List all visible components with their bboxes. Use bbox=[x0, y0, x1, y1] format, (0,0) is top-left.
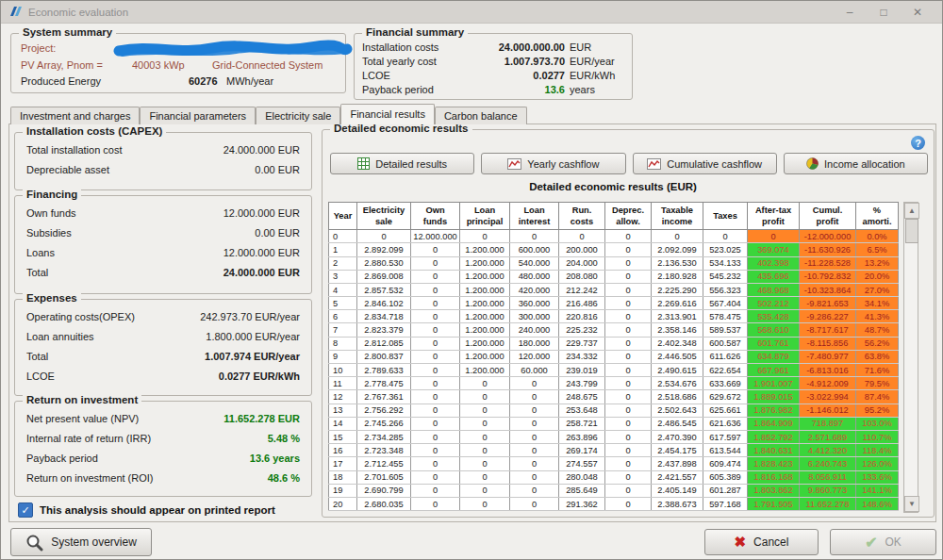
cumulative-cashflow-button[interactable]: Cumulative cashflow bbox=[633, 153, 777, 174]
table-cell: 8.056.911 bbox=[800, 470, 856, 484]
table-cell: 718.897 bbox=[800, 417, 856, 430]
roi-row: Net present value (NPV)11.652.278 EUR bbox=[15, 408, 311, 428]
table-cell: 4 bbox=[329, 283, 357, 296]
table-cell: 6 bbox=[329, 310, 357, 323]
table-cell: 0 bbox=[605, 404, 652, 417]
table-cell: 0 bbox=[510, 430, 559, 443]
table-cell: 0 bbox=[460, 457, 510, 470]
system-type: Grid-Connected System bbox=[212, 59, 323, 71]
table-cell: 216.486 bbox=[559, 297, 605, 310]
table-cell: 0 bbox=[460, 444, 510, 457]
table-cell: 2.571.689 bbox=[800, 430, 856, 443]
table-cell: 3 bbox=[329, 270, 357, 283]
tab-investment-and-charges[interactable]: Investment and charges bbox=[10, 107, 140, 124]
table-cell: 148.6% bbox=[856, 497, 899, 510]
yearly-cashflow-button[interactable]: Yearly cashflow bbox=[481, 153, 625, 174]
expenses-row: Loan annuities1.800.000 EUR/year bbox=[15, 326, 311, 346]
scroll-up-icon[interactable]: ▲ bbox=[904, 203, 919, 219]
table-cell: 2.437.898 bbox=[652, 457, 703, 470]
project-label: Project: bbox=[21, 42, 56, 54]
table-cell: 534.133 bbox=[703, 256, 748, 270]
table-cell: 2.136.530 bbox=[652, 256, 703, 270]
tab-financial-results[interactable]: Financial results bbox=[340, 104, 434, 124]
scroll-down-icon[interactable]: ▼ bbox=[904, 496, 919, 512]
table-cell: 13 bbox=[329, 404, 357, 417]
tab-electricity-sale[interactable]: Electricity sale bbox=[256, 107, 340, 124]
table-row: 182.701.605000280.04802.421.557605.3891.… bbox=[329, 470, 899, 484]
produced-energy-value: 60276 bbox=[189, 75, 218, 87]
roi-group: Return on investment Net present value (… bbox=[14, 401, 312, 497]
magnifier-icon bbox=[25, 534, 43, 552]
table-cell: 1.200.000 bbox=[460, 297, 510, 310]
table-cell: 613.544 bbox=[703, 444, 748, 457]
maximize-icon[interactable]: □ bbox=[867, 1, 901, 24]
table-cell: 578.475 bbox=[703, 310, 748, 323]
table-cell: -7.480.977 bbox=[800, 350, 856, 363]
close-icon[interactable]: ✕ bbox=[901, 1, 935, 24]
scrollbar-thumb[interactable] bbox=[905, 219, 918, 243]
table-cell: 0 bbox=[460, 404, 510, 417]
table-cell: 243.799 bbox=[559, 377, 605, 390]
table-cell: 20 bbox=[329, 497, 357, 510]
table-cell: 0 bbox=[605, 243, 652, 256]
column-header: Loaninterest bbox=[510, 203, 559, 230]
tab-carbon-balance[interactable]: Carbon balance bbox=[435, 107, 527, 124]
table-cell: 0 bbox=[411, 310, 460, 323]
chart-icon bbox=[647, 158, 661, 170]
table-cell: 27.0% bbox=[856, 283, 899, 296]
table-cell: 79.5% bbox=[856, 377, 899, 390]
table-cell: 0 bbox=[411, 390, 460, 404]
table-cell: 240.000 bbox=[510, 323, 559, 337]
table-cell: 0 bbox=[605, 457, 652, 470]
table-cell: 0 bbox=[605, 323, 652, 337]
table-cell: 110.7% bbox=[856, 430, 899, 443]
pv-array-value: 40003 kWp bbox=[132, 59, 185, 71]
table-cell: 621.636 bbox=[703, 417, 748, 430]
table-row: 112.778.475000243.79902.534.676633.6691.… bbox=[329, 377, 899, 390]
button-label: Cumulative cashflow bbox=[667, 158, 762, 170]
table-cell: 2.092.099 bbox=[652, 243, 703, 256]
table-cell: 0 bbox=[411, 323, 460, 337]
table-row: 92.800.83701.200.000120.000234.33202.446… bbox=[329, 350, 899, 363]
table-cell: 2.225.290 bbox=[652, 283, 703, 296]
cancel-button[interactable]: ✖ Cancel bbox=[704, 529, 819, 555]
table-cell: 0 bbox=[460, 470, 510, 484]
ok-button[interactable]: ✔ OK bbox=[830, 529, 936, 555]
table-cell: 2 bbox=[329, 256, 357, 270]
table-cell: 141.1% bbox=[856, 484, 899, 497]
column-header: Year bbox=[329, 203, 357, 230]
detailed-results-button[interactable]: Detailed results bbox=[330, 153, 474, 174]
produced-energy-line: Produced Energy 60276 MWh/year bbox=[21, 75, 339, 87]
table-cell: 0 bbox=[411, 444, 460, 457]
table-cell: 0 bbox=[460, 230, 510, 243]
table-cell: 1.200.000 bbox=[460, 337, 510, 350]
table-cell: 2.180.928 bbox=[652, 270, 703, 283]
table-cell: 263.896 bbox=[559, 430, 605, 443]
table-cell: 2.723.348 bbox=[357, 444, 411, 457]
table-scrollbar[interactable]: ▲ ▼ bbox=[903, 202, 918, 513]
table-cell: 2.846.102 bbox=[357, 297, 411, 310]
table-icon bbox=[357, 157, 370, 170]
table-cell: 0 bbox=[605, 297, 652, 310]
help-icon[interactable]: ? bbox=[911, 136, 925, 150]
income-allocation-button[interactable]: Income allocation bbox=[784, 153, 928, 174]
table-cell: 0 bbox=[460, 484, 510, 497]
table-cell: 1 bbox=[329, 243, 357, 256]
system-overview-button[interactable]: System overview bbox=[10, 528, 152, 556]
table-cell: 2.767.361 bbox=[357, 390, 411, 404]
table-cell: 19 bbox=[329, 484, 357, 497]
roi-row: Internal rate of return (IRR)5.48 % bbox=[15, 428, 311, 448]
table-row: 42.857.53201.200.000420.000212.24202.225… bbox=[329, 283, 899, 296]
print-report-checkbox[interactable]: ✓ bbox=[18, 502, 33, 518]
tab-financial-parameters[interactable]: Financial parameters bbox=[140, 107, 256, 124]
table-cell: 0 bbox=[652, 230, 703, 243]
button-label: Detailed results bbox=[375, 158, 447, 170]
table-cell: 253.648 bbox=[559, 404, 605, 417]
table-cell: 0 bbox=[411, 297, 460, 310]
table-cell: 118.4% bbox=[856, 444, 899, 457]
table-cell: 1.200.000 bbox=[460, 323, 510, 337]
table-cell: 0 bbox=[510, 484, 559, 497]
produced-energy-unit: MWh/year bbox=[226, 75, 273, 87]
minimize-icon[interactable]: – bbox=[833, 1, 867, 24]
system-summary-group: System summary Project: PV Array, Pnom =… bbox=[10, 33, 346, 93]
